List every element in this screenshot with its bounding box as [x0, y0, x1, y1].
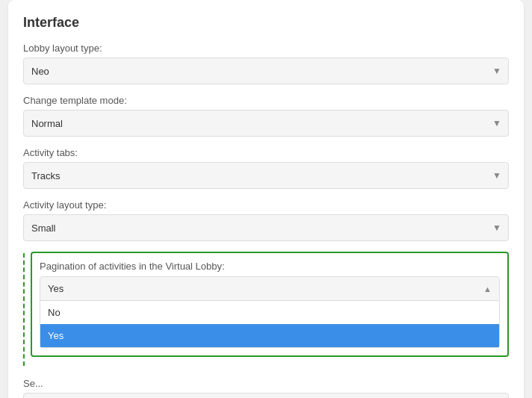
pagination-dropdown[interactable]: Yes ▲ No Yes	[40, 276, 500, 348]
lobby-layout-select-wrapper: Neo ▼	[23, 57, 509, 84]
template-mode-select[interactable]: Normal	[23, 110, 509, 137]
activity-tabs-select[interactable]: Tracks	[23, 162, 509, 189]
lobby-layout-label: Lobby layout type:	[23, 43, 509, 54]
pagination-chevron-up-icon: ▲	[483, 284, 492, 293]
bottom-fields: Se... N... ▼	[23, 378, 509, 398]
activity-layout-select[interactable]: Small	[23, 214, 509, 241]
activity-layout-select-wrapper: Small ▼	[23, 214, 509, 241]
activity-layout-field: Activity layout type: Small ▼	[23, 199, 509, 241]
activity-tabs-label: Activity tabs:	[23, 147, 509, 158]
pagination-selected-value: Yes	[48, 283, 64, 294]
pagination-options-list: No Yes	[40, 301, 499, 347]
template-mode-label: Change template mode:	[23, 95, 509, 106]
secondary-select[interactable]: N...	[23, 393, 509, 398]
section-title: Interface	[23, 15, 509, 31]
lobby-layout-select[interactable]: Neo	[23, 57, 509, 84]
pagination-section: Pagination of activities in the Virtual …	[31, 252, 509, 357]
pagination-option-no[interactable]: No	[40, 301, 499, 324]
activity-tabs-select-wrapper: Tracks ▼	[23, 162, 509, 189]
activity-layout-label: Activity layout type:	[23, 199, 509, 211]
interface-card: Interface Lobby layout type: Neo ▼ Chang…	[8, 0, 524, 398]
template-mode-select-wrapper: Normal ▼	[23, 110, 509, 137]
secondary-select-wrapper: N... ▼	[23, 393, 509, 398]
template-mode-field: Change template mode: Normal ▼	[23, 95, 509, 137]
lobby-layout-field: Lobby layout type: Neo ▼	[23, 43, 509, 84]
activity-tabs-field: Activity tabs: Tracks ▼	[23, 147, 509, 189]
pagination-option-yes[interactable]: Yes	[40, 324, 499, 347]
secondary-field: Se... N... ▼	[23, 378, 509, 398]
pagination-dropdown-selected[interactable]: Yes ▲	[40, 277, 499, 301]
pagination-label: Pagination of activities in the Virtual …	[40, 261, 500, 272]
secondary-label: Se...	[23, 378, 509, 389]
